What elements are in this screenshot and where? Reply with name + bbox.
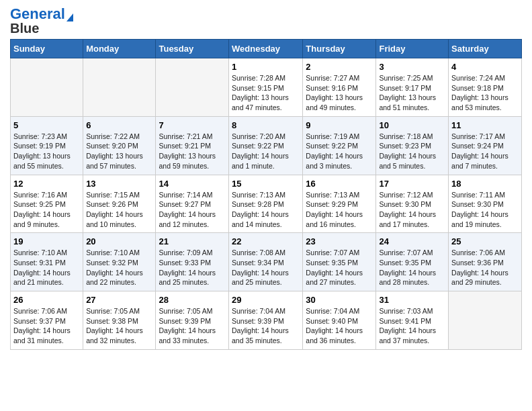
calendar-table: SundayMondayTuesdayWednesdayThursdayFrid… xyxy=(10,39,522,350)
day-info: Sunrise: 7:21 AMSunset: 9:21 PMDaylight:… xyxy=(159,132,216,170)
day-number: 3 xyxy=(379,62,445,72)
calendar-cell: 4Sunrise: 7:24 AMSunset: 9:18 PMDaylight… xyxy=(449,58,522,117)
calendar-cell: 20Sunrise: 7:10 AMSunset: 9:32 PMDayligh… xyxy=(83,233,156,291)
header-sunday: Sunday xyxy=(11,40,83,58)
day-info: Sunrise: 7:10 AMSunset: 9:31 PMDaylight:… xyxy=(13,248,71,286)
day-info: Sunrise: 7:11 AMSunset: 9:30 PMDaylight:… xyxy=(451,191,508,228)
day-info: Sunrise: 7:18 AMSunset: 9:23 PMDaylight:… xyxy=(379,132,436,170)
day-info: Sunrise: 7:19 AMSunset: 9:22 PMDaylight:… xyxy=(306,132,363,170)
day-number: 12 xyxy=(13,179,80,189)
calendar-cell: 18Sunrise: 7:11 AMSunset: 9:30 PMDayligh… xyxy=(449,175,522,233)
day-info: Sunrise: 7:06 AMSunset: 9:37 PMDaylight:… xyxy=(13,307,71,345)
calendar-cell: 24Sunrise: 7:07 AMSunset: 9:35 PMDayligh… xyxy=(376,233,449,291)
day-number: 31 xyxy=(379,295,445,305)
day-number: 19 xyxy=(13,236,80,246)
day-info: Sunrise: 7:08 AMSunset: 9:34 PMDaylight:… xyxy=(232,248,289,286)
day-number: 17 xyxy=(379,179,445,189)
day-info: Sunrise: 7:07 AMSunset: 9:35 PMDaylight:… xyxy=(379,248,436,286)
day-info: Sunrise: 7:07 AMSunset: 9:35 PMDaylight:… xyxy=(306,248,363,286)
day-number: 2 xyxy=(306,62,373,72)
header-saturday: Saturday xyxy=(449,40,522,58)
logo-text: General xyxy=(10,7,65,21)
day-number: 8 xyxy=(232,120,300,130)
week-row-4: 26Sunrise: 7:06 AMSunset: 9:37 PMDayligh… xyxy=(11,291,522,350)
logo-blue: Blue xyxy=(10,21,39,35)
day-info: Sunrise: 7:20 AMSunset: 9:22 PMDaylight:… xyxy=(232,132,289,170)
calendar-cell: 10Sunrise: 7:18 AMSunset: 9:23 PMDayligh… xyxy=(376,116,449,175)
day-number: 28 xyxy=(159,295,226,305)
header-thursday: Thursday xyxy=(303,40,376,58)
day-info: Sunrise: 7:23 AMSunset: 9:19 PMDaylight:… xyxy=(13,132,71,170)
week-row-0: 1Sunrise: 7:28 AMSunset: 9:15 PMDaylight… xyxy=(11,58,522,117)
day-info: Sunrise: 7:06 AMSunset: 9:36 PMDaylight:… xyxy=(451,248,508,286)
day-info: Sunrise: 7:27 AMSunset: 9:16 PMDaylight:… xyxy=(306,74,363,111)
calendar-cell: 25Sunrise: 7:06 AMSunset: 9:36 PMDayligh… xyxy=(449,233,522,291)
calendar-cell: 30Sunrise: 7:04 AMSunset: 9:40 PMDayligh… xyxy=(303,291,376,350)
calendar-cell xyxy=(449,291,522,350)
day-info: Sunrise: 7:28 AMSunset: 9:15 PMDaylight:… xyxy=(232,74,289,111)
day-number: 4 xyxy=(451,62,519,72)
day-number: 1 xyxy=(232,62,300,72)
day-number: 21 xyxy=(159,236,226,246)
day-info: Sunrise: 7:04 AMSunset: 9:40 PMDaylight:… xyxy=(306,307,363,345)
calendar-cell: 6Sunrise: 7:22 AMSunset: 9:20 PMDaylight… xyxy=(83,116,156,175)
day-number: 5 xyxy=(13,120,80,130)
day-number: 15 xyxy=(232,179,300,189)
day-number: 10 xyxy=(379,120,445,130)
calendar-cell: 23Sunrise: 7:07 AMSunset: 9:35 PMDayligh… xyxy=(303,233,376,291)
week-row-2: 12Sunrise: 7:16 AMSunset: 9:25 PMDayligh… xyxy=(11,175,522,233)
calendar-cell: 12Sunrise: 7:16 AMSunset: 9:25 PMDayligh… xyxy=(11,175,83,233)
calendar-cell: 17Sunrise: 7:12 AMSunset: 9:30 PMDayligh… xyxy=(376,175,449,233)
day-number: 25 xyxy=(451,236,519,246)
week-row-3: 19Sunrise: 7:10 AMSunset: 9:31 PMDayligh… xyxy=(11,233,522,291)
calendar-cell: 9Sunrise: 7:19 AMSunset: 9:22 PMDaylight… xyxy=(303,116,376,175)
day-info: Sunrise: 7:10 AMSunset: 9:32 PMDaylight:… xyxy=(86,248,143,286)
day-number: 16 xyxy=(306,179,373,189)
day-number: 14 xyxy=(159,179,226,189)
day-info: Sunrise: 7:12 AMSunset: 9:30 PMDaylight:… xyxy=(379,191,436,228)
day-number: 7 xyxy=(159,120,226,130)
header-monday: Monday xyxy=(83,40,156,58)
day-number: 9 xyxy=(306,120,373,130)
header-wednesday: Wednesday xyxy=(229,40,303,58)
day-number: 24 xyxy=(379,236,445,246)
day-number: 27 xyxy=(86,295,152,305)
day-info: Sunrise: 7:16 AMSunset: 9:25 PMDaylight:… xyxy=(13,191,71,228)
day-number: 13 xyxy=(86,179,152,189)
calendar-cell: 11Sunrise: 7:17 AMSunset: 9:24 PMDayligh… xyxy=(449,116,522,175)
calendar-cell: 27Sunrise: 7:05 AMSunset: 9:38 PMDayligh… xyxy=(83,291,156,350)
day-info: Sunrise: 7:03 AMSunset: 9:41 PMDaylight:… xyxy=(379,307,436,345)
day-info: Sunrise: 7:15 AMSunset: 9:26 PMDaylight:… xyxy=(86,191,143,228)
day-number: 18 xyxy=(451,179,519,189)
header: General Blue xyxy=(10,7,522,35)
calendar-cell: 14Sunrise: 7:14 AMSunset: 9:27 PMDayligh… xyxy=(156,175,229,233)
week-row-1: 5Sunrise: 7:23 AMSunset: 9:19 PMDaylight… xyxy=(11,116,522,175)
page-container: General Blue SundayMondayTuesdayWednesda… xyxy=(10,7,522,350)
calendar-cell: 13Sunrise: 7:15 AMSunset: 9:26 PMDayligh… xyxy=(83,175,156,233)
day-info: Sunrise: 7:25 AMSunset: 9:17 PMDaylight:… xyxy=(379,74,436,111)
day-number: 11 xyxy=(451,120,519,130)
day-number: 29 xyxy=(232,295,300,305)
header-row: SundayMondayTuesdayWednesdayThursdayFrid… xyxy=(11,40,522,58)
day-info: Sunrise: 7:17 AMSunset: 9:24 PMDaylight:… xyxy=(451,132,508,170)
calendar-cell: 5Sunrise: 7:23 AMSunset: 9:19 PMDaylight… xyxy=(11,116,83,175)
day-info: Sunrise: 7:22 AMSunset: 9:20 PMDaylight:… xyxy=(86,132,143,170)
day-number: 22 xyxy=(232,236,300,246)
calendar-cell xyxy=(83,58,156,117)
calendar-cell: 2Sunrise: 7:27 AMSunset: 9:16 PMDaylight… xyxy=(303,58,376,117)
header-friday: Friday xyxy=(376,40,449,58)
calendar-cell: 31Sunrise: 7:03 AMSunset: 9:41 PMDayligh… xyxy=(376,291,449,350)
logo: General Blue xyxy=(10,7,73,35)
calendar-cell: 29Sunrise: 7:04 AMSunset: 9:39 PMDayligh… xyxy=(229,291,303,350)
day-number: 20 xyxy=(86,236,152,246)
header-tuesday: Tuesday xyxy=(156,40,229,58)
calendar-cell xyxy=(11,58,83,117)
day-number: 26 xyxy=(13,295,80,305)
calendar-cell: 3Sunrise: 7:25 AMSunset: 9:17 PMDaylight… xyxy=(376,58,449,117)
calendar-cell: 22Sunrise: 7:08 AMSunset: 9:34 PMDayligh… xyxy=(229,233,303,291)
day-info: Sunrise: 7:04 AMSunset: 9:39 PMDaylight:… xyxy=(232,307,289,345)
logo-arrow-icon xyxy=(66,13,73,21)
calendar-cell: 21Sunrise: 7:09 AMSunset: 9:33 PMDayligh… xyxy=(156,233,229,291)
calendar-cell: 7Sunrise: 7:21 AMSunset: 9:21 PMDaylight… xyxy=(156,116,229,175)
calendar-cell: 16Sunrise: 7:13 AMSunset: 9:29 PMDayligh… xyxy=(303,175,376,233)
